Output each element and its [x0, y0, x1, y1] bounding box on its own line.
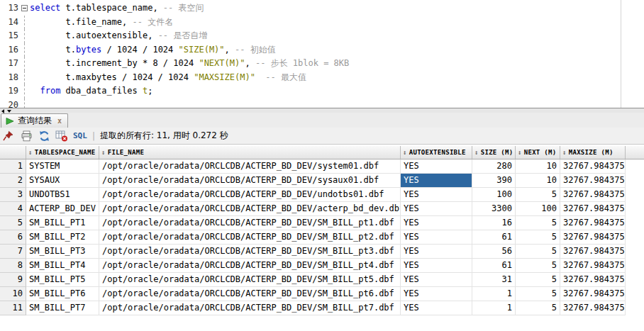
grid-cell[interactable]: 32767.984375	[560, 273, 626, 287]
grid-cell[interactable]: 32767.984375	[560, 287, 626, 301]
grid-cell[interactable]: UNDOTBS1	[26, 188, 99, 202]
code-line[interactable]: 14 t.file_name, -- 文件名	[0, 16, 644, 30]
grid-cell[interactable]: 61	[472, 230, 516, 245]
row-number-cell[interactable]: 9	[0, 273, 26, 287]
grid-cell[interactable]: 32767.984375	[560, 188, 626, 202]
row-number-cell[interactable]: 11	[0, 301, 26, 315]
grid-cell[interactable]: SYSAUX	[26, 174, 99, 188]
grid-corner-header[interactable]	[0, 146, 26, 159]
row-number-cell[interactable]: 5	[0, 216, 26, 230]
grid-cell[interactable]: 5	[516, 273, 560, 287]
grid-cell[interactable]: /opt/oracle/oradata/ORCLCDB/ACTERP_BD_DE…	[99, 301, 401, 315]
column-header-size-m-[interactable]: ↕SIZE (M)	[472, 146, 516, 159]
grid-cell[interactable]: /opt/oracle/oradata/ORCLCDB/ACTERP_BD_DE…	[99, 216, 401, 230]
grid-cell[interactable]: 5	[516, 245, 560, 259]
row-number-cell[interactable]: 4	[0, 202, 26, 216]
delete-grid-icon[interactable]	[55, 130, 68, 142]
grid-cell[interactable]: 32767.984375	[560, 202, 626, 216]
grid-cell[interactable]: 1	[472, 287, 516, 301]
splitter-collapse-down-icon[interactable]	[7, 110, 11, 113]
grid-cell[interactable]: YES	[401, 216, 472, 230]
row-number-cell[interactable]: 1	[0, 159, 26, 174]
code-line[interactable]: 20	[0, 99, 644, 108]
grid-cell[interactable]: 61	[472, 259, 516, 273]
grid-cell[interactable]: 5	[516, 188, 560, 202]
grid-cell[interactable]: YES	[401, 301, 472, 315]
grid-cell[interactable]: 16	[472, 216, 516, 230]
code-line[interactable]: 19 from dba_data_files t;	[0, 84, 644, 99]
row-number-cell[interactable]: 2	[0, 174, 26, 188]
code-line[interactable]: 16 t.bytes / 1024 / 1024 "SIZE(M)", -- 初…	[0, 43, 644, 57]
sql-editor[interactable]: 13select t.tablespace_name, -- 表空间14 t.f…	[0, 0, 644, 108]
grid-cell[interactable]: 32767.984375	[560, 174, 626, 188]
grid-cell[interactable]: SYSTEM	[26, 159, 99, 174]
grid-cell[interactable]: YES	[401, 159, 472, 174]
column-header-maxsize-m-[interactable]: ↕MAXSIZE (M)	[560, 146, 626, 159]
grid-cell[interactable]: 5	[516, 216, 560, 230]
code-line[interactable]: 15 t.autoextensible, -- 是否自增	[0, 29, 644, 43]
grid-cell[interactable]: 5	[516, 259, 560, 273]
row-number-cell[interactable]: 10	[0, 287, 26, 301]
grid-cell[interactable]: /opt/oracle/oradata/ORCLCDB/ACTERP_BD_DE…	[99, 230, 401, 245]
grid-cell[interactable]: /opt/oracle/oradata/ORCLCDB/ACTERP_BD_DE…	[99, 202, 401, 216]
grid-cell[interactable]: SM_BILL_PT6	[26, 287, 99, 301]
grid-cell[interactable]: SM_BILL_PT4	[26, 259, 99, 273]
grid-cell[interactable]: 32767.984375	[560, 301, 626, 315]
tab-close-icon[interactable]: x	[57, 117, 62, 125]
fold-collapse-icon[interactable]	[18, 1, 30, 16]
grid-cell[interactable]: 32767.984375	[560, 259, 626, 273]
grid-cell[interactable]: ACTERP_BD_DEV	[26, 202, 99, 216]
grid-cell[interactable]: SM_BILL_PT3	[26, 245, 99, 259]
splitter-collapse-left-icon[interactable]	[1, 109, 4, 113]
grid-cell[interactable]: YES	[401, 273, 472, 287]
row-number-cell[interactable]: 6	[0, 230, 26, 245]
grid-cell[interactable]: /opt/oracle/oradata/ORCLCDB/ACTERP_BD_DE…	[99, 259, 401, 273]
tab-query-result[interactable]: 查询结果 x	[1, 113, 68, 128]
column-header-file-name[interactable]: ↕FILE_NAME	[99, 146, 401, 159]
row-number-cell[interactable]: 3	[0, 188, 26, 202]
grid-cell[interactable]: 32767.984375	[560, 245, 626, 259]
row-number-cell[interactable]: 8	[0, 259, 26, 273]
grid-cell[interactable]: YES	[401, 259, 472, 273]
grid-cell[interactable]: 3300	[472, 202, 516, 216]
grid-cell[interactable]: 31	[472, 273, 516, 287]
grid-cell[interactable]: 100	[472, 188, 516, 202]
row-number-cell[interactable]: 7	[0, 245, 26, 259]
column-header-next-m-[interactable]: ↕NEXT (M)	[516, 146, 560, 159]
grid-cell[interactable]: 100	[516, 202, 560, 216]
grid-cell[interactable]: /opt/oracle/oradata/ORCLCDB/ACTERP_BD_DE…	[99, 287, 401, 301]
grid-cell[interactable]: /opt/oracle/oradata/ORCLCDB/ACTERP_BD_DE…	[99, 273, 401, 287]
code-line[interactable]: 18 t.maxbytes / 1024 / 1024 "MAXSIZE(M)"…	[0, 71, 644, 85]
grid-cell[interactable]: YES	[401, 230, 472, 245]
grid-cell[interactable]: 32767.984375	[560, 216, 626, 230]
grid-cell[interactable]: 5	[516, 287, 560, 301]
grid-cell[interactable]: YES	[401, 202, 472, 216]
grid-cell[interactable]: YES	[401, 287, 472, 301]
grid-cell[interactable]: /opt/oracle/oradata/ORCLCDB/ACTERP_BD_DE…	[99, 188, 401, 202]
print-icon[interactable]	[20, 130, 33, 142]
grid-cell[interactable]: 5	[516, 301, 560, 315]
column-header-autoextensible[interactable]: ↕AUTOEXTENSIBLE	[401, 146, 472, 159]
grid-cell[interactable]: YES	[401, 188, 472, 202]
grid-cell[interactable]: 5	[516, 230, 560, 245]
grid-cell[interactable]: 10	[516, 159, 560, 174]
grid-cell[interactable]: 10	[516, 174, 560, 188]
pane-splitter[interactable]	[0, 108, 644, 113]
sql-button[interactable]: SQL	[73, 131, 87, 140]
grid-cell[interactable]: SM_BILL_PT7	[26, 301, 99, 315]
grid-cell[interactable]: 1	[472, 301, 516, 315]
code-line[interactable]: 13select t.tablespace_name, -- 表空间	[0, 1, 644, 16]
grid-cell[interactable]: /opt/oracle/oradata/ORCLCDB/ACTERP_BD_DE…	[99, 174, 401, 188]
grid-cell[interactable]: /opt/oracle/oradata/ORCLCDB/ACTERP_BD_DE…	[99, 245, 401, 259]
grid-cell[interactable]: SM_BILL_PT2	[26, 230, 99, 245]
grid-cell[interactable]: 280	[472, 159, 516, 174]
grid-cell[interactable]: SM_BILL_PT5	[26, 273, 99, 287]
grid-cell[interactable]: 32767.984375	[560, 230, 626, 245]
pin-icon[interactable]	[2, 130, 15, 142]
grid-cell[interactable]: SM_BILL_PT1	[26, 216, 99, 230]
grid-cell[interactable]: 32767.984375	[560, 159, 626, 174]
column-header-tablespace-name[interactable]: ↕TABLESPACE_NAME	[26, 146, 99, 159]
grid-cell[interactable]: /opt/oracle/oradata/ORCLCDB/ACTERP_BD_DE…	[99, 159, 401, 174]
code-line[interactable]: 17 t.increment_by * 8 / 1024 "NEXT(M)", …	[0, 57, 644, 71]
grid-cell[interactable]: YES	[401, 245, 472, 259]
